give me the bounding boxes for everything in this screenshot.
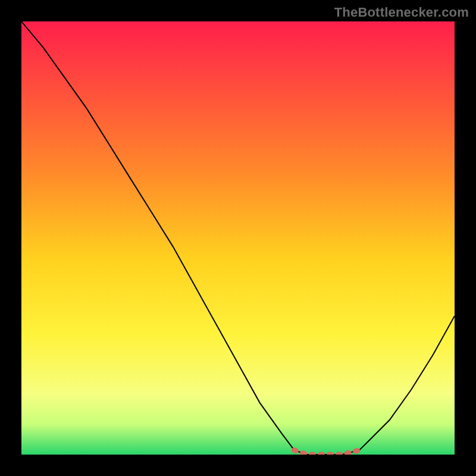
plot-background [21,21,455,455]
attribution-watermark: TheBottlenecker.com [334,5,469,20]
chart-plot [21,21,455,455]
chart-frame: TheBottlenecker.com [0,0,476,476]
